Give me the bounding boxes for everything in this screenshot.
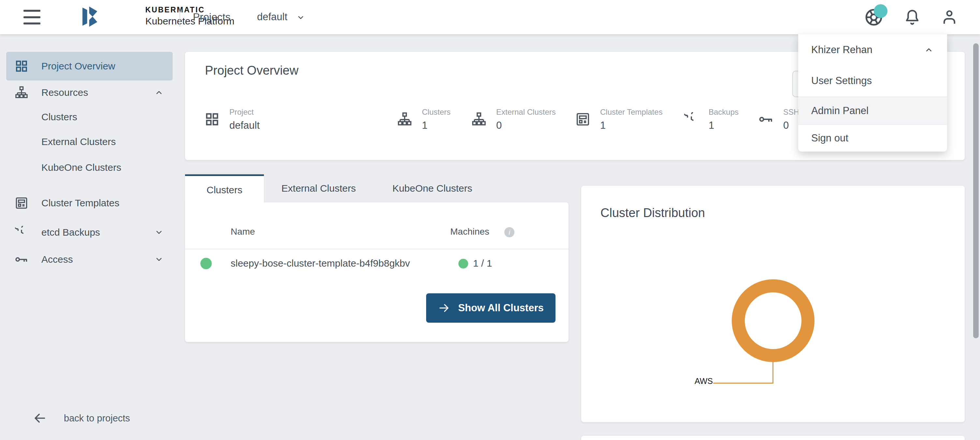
- menu-item-sign-out[interactable]: Sign out: [798, 125, 947, 151]
- stat-label: External Clusters: [496, 108, 556, 117]
- stat-value: 1: [709, 120, 738, 131]
- back-to-projects-link[interactable]: back to projects: [6, 408, 173, 428]
- project-selector[interactable]: default: [257, 11, 305, 23]
- sidebar-item-label: Project Overview: [41, 61, 115, 72]
- sidebar-item-project-overview[interactable]: Project Overview: [6, 52, 173, 81]
- info-icon[interactable]: i: [504, 227, 514, 237]
- sitemap-icon: [15, 86, 28, 99]
- callout-line-horizontal: [713, 383, 773, 384]
- chevron-up-icon: [924, 45, 934, 55]
- sidebar-item-label: Resources: [41, 87, 88, 98]
- menu-item-admin-panel[interactable]: Admin Panel: [798, 97, 947, 124]
- chevron-down-icon: [296, 13, 305, 22]
- stat-project: Project default: [205, 105, 260, 133]
- arrow-right-icon: [438, 302, 450, 314]
- kubermatic-logo-icon: [81, 6, 103, 27]
- machines-count: 1 / 1: [473, 258, 492, 269]
- clusters-card: Name Machines i sleepy-bose-cluster-temp…: [185, 202, 568, 342]
- donut-chart[interactable]: [732, 279, 815, 362]
- stat-label: Project: [229, 108, 260, 117]
- stat-label: Cluster Templates: [600, 108, 663, 117]
- chart-title: Cluster Distribution: [600, 206, 705, 220]
- scrollbar-thumb[interactable]: [973, 43, 979, 338]
- stat-value: default: [229, 120, 260, 131]
- machines-health-dot: [458, 259, 468, 269]
- user-menu-header[interactable]: Khizer Rehan: [798, 34, 947, 65]
- chevron-down-icon: [154, 254, 164, 265]
- topbar-divider: [180, 7, 180, 27]
- show-all-clusters-label: Show All Clusters: [458, 302, 543, 314]
- restore-clock-icon: [684, 112, 698, 126]
- sitemap-icon: [398, 112, 412, 126]
- chart-callout-label: AWS: [695, 376, 713, 386]
- user-icon[interactable]: [940, 8, 958, 26]
- grid-icon: [205, 112, 219, 126]
- cluster-distribution-card: Cluster Distribution AWS: [581, 186, 965, 422]
- cluster-name[interactable]: sleepy-bose-cluster-template-b4f9b8gkbv: [231, 258, 410, 269]
- column-header-name: Name: [231, 226, 255, 237]
- section-title: Projects: [193, 11, 231, 23]
- project-selector-value: default: [257, 11, 287, 23]
- show-all-clusters-button[interactable]: Show All Clusters: [426, 293, 555, 323]
- column-header-machines: Machines: [450, 226, 489, 237]
- stat-label: Clusters: [422, 108, 450, 117]
- tab-clusters[interactable]: Clusters: [185, 174, 264, 204]
- top-bar: KUBERMATIC Kubernetes Platform Projects …: [0, 0, 980, 34]
- stat-backups: Backups 1: [684, 105, 738, 133]
- grid-icon: [15, 60, 28, 73]
- sidebar-item-etcd-backups[interactable]: etcd Backups: [6, 218, 173, 247]
- sidebar-item-cluster-templates[interactable]: Cluster Templates: [6, 189, 173, 217]
- chevron-up-icon: [154, 87, 164, 98]
- sidebar-item-label: Access: [41, 254, 73, 265]
- template-icon: [576, 112, 590, 126]
- template-icon: [15, 196, 28, 210]
- notification-badge: [874, 4, 888, 18]
- stat-external-clusters: External Clusters 0: [472, 105, 556, 133]
- sitemap-icon: [472, 112, 486, 126]
- sidebar-item-access[interactable]: Access: [6, 245, 173, 274]
- sidebar-item-label: Cluster Templates: [41, 198, 119, 209]
- sidebar-item-clusters[interactable]: Clusters: [41, 107, 77, 127]
- hamburger-menu-icon[interactable]: [24, 10, 40, 24]
- stat-value: 0: [496, 120, 556, 131]
- back-to-projects-label: back to projects: [64, 413, 130, 424]
- next-card-partial: [581, 436, 965, 440]
- arrow-left-icon: [33, 411, 47, 425]
- restore-clock-icon: [15, 226, 28, 239]
- sidebar-item-external-clusters[interactable]: External Clusters: [41, 132, 116, 151]
- helm-wheel-icon[interactable]: [863, 7, 884, 28]
- stat-value: 1: [600, 120, 663, 131]
- user-dropdown-menu: Khizer Rehan User Settings Admin Panel S…: [798, 34, 947, 151]
- tab-external-clusters[interactable]: External Clusters: [264, 174, 373, 202]
- sidebar-item-resources[interactable]: Resources: [6, 78, 173, 107]
- stat-value: 1: [422, 120, 450, 131]
- chevron-down-icon: [154, 227, 164, 238]
- bell-icon[interactable]: [903, 8, 921, 26]
- key-icon: [759, 112, 773, 126]
- stat-clusters: Clusters 1: [398, 105, 450, 133]
- sidebar-item-kubeone-clusters[interactable]: KubeOne Clusters: [41, 158, 121, 177]
- tab-kubeone-clusters[interactable]: KubeOne Clusters: [373, 174, 491, 202]
- stat-label: Backups: [709, 108, 738, 117]
- key-icon: [15, 253, 28, 266]
- page-title: Project Overview: [205, 64, 298, 78]
- stat-cluster-templates: Cluster Templates 1: [576, 105, 663, 133]
- sidebar-item-label: etcd Backups: [41, 227, 100, 238]
- user-name: Khizer Rehan: [811, 44, 872, 56]
- cluster-health-dot: [200, 258, 212, 269]
- donut-segment-aws[interactable]: [738, 286, 808, 356]
- table-header-divider: [185, 249, 568, 249]
- callout-line-vertical: [772, 362, 773, 384]
- menu-item-user-settings[interactable]: User Settings: [798, 65, 947, 96]
